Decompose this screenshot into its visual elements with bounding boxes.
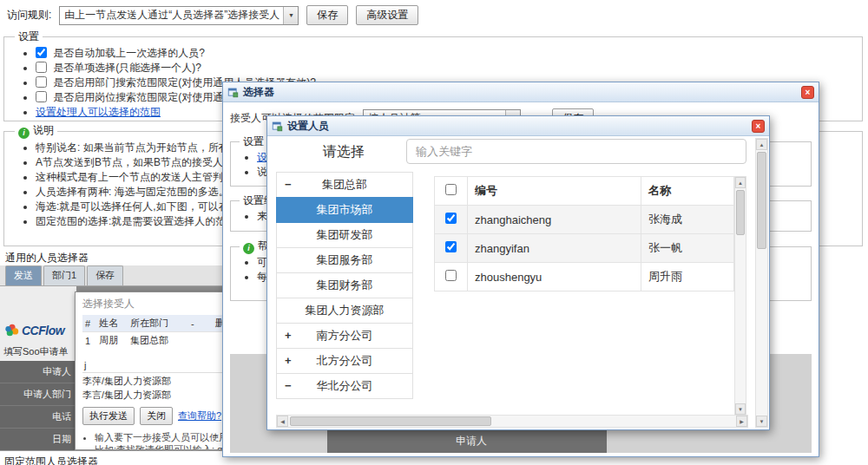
person-checkbox-cell (435, 206, 468, 234)
person-dialog-icon (272, 121, 283, 132)
person-row[interactable]: zhanghaicheng 张海成 (435, 206, 734, 234)
selector-settings-legend-text: 设置 (243, 135, 264, 147)
col-name: 名称 (641, 177, 734, 206)
collapse-icon[interactable]: − (285, 173, 292, 197)
screenshot-form-label: 申请人 (456, 434, 487, 449)
demo-form-label: 电话 (0, 406, 76, 429)
single-select-checkbox[interactable] (36, 62, 47, 73)
selector-settings-legend: 设置 (240, 134, 267, 149)
horizontal-scrollbar[interactable]: ◀ ▶ (276, 415, 748, 428)
expand-icon[interactable]: + (285, 349, 292, 373)
tree-node-label: 集团市场部 (317, 203, 373, 216)
tree-node-marketing[interactable]: 集团市场部 (276, 197, 413, 223)
station-scope-checkbox[interactable] (36, 91, 47, 102)
person-name: 张海成 (641, 206, 734, 234)
demo-cell-index: 1 (82, 332, 96, 350)
tree-node-label: 集团总部 (322, 178, 367, 191)
keyword-search-input[interactable] (406, 139, 746, 164)
tree-node-label: 集团人力资源部 (306, 304, 385, 317)
scroll-up-icon[interactable]: ▲ (735, 177, 746, 188)
tree-header: 请选择 (276, 143, 411, 161)
scroll-down-icon[interactable]: ▼ (756, 416, 767, 427)
person-checkbox[interactable] (445, 213, 457, 224)
tree-node-service[interactable]: 集团服务部 (276, 247, 413, 273)
demo-tab-send: 发送 (5, 265, 42, 285)
demo-close-button: 关闭 (140, 407, 173, 425)
scrollbar-track[interactable] (288, 416, 736, 427)
scroll-left-icon[interactable]: ◀ (277, 416, 288, 427)
dept-scope-checkbox[interactable] (36, 76, 47, 88)
dialog-scrollbar[interactable]: ▲ ▼ (755, 138, 768, 428)
col-code: 编号 (468, 177, 641, 206)
settings-legend: 设置 (15, 29, 43, 44)
tree-node-group-hq[interactable]: − 集团总部 (276, 172, 413, 198)
tree-node-label: 集团服务部 (317, 253, 373, 266)
person-checkbox[interactable] (445, 241, 457, 252)
set-range-link[interactable]: 设置处理人可以选择的范围 (36, 106, 161, 118)
scroll-down-icon[interactable]: ▼ (735, 403, 746, 415)
advanced-settings-button[interactable]: 高级设置 (356, 5, 418, 25)
access-rule-select[interactable]: 由上一节点发送人通过“人员选择器”选择接受人 ▼ (59, 6, 299, 25)
settings-legend-text: 设置 (18, 30, 39, 43)
screenshot-form-band: 申请人 (327, 427, 607, 453)
person-dialog-title: 设置人员 (287, 119, 329, 134)
person-dialog-titlebar: 设置人员 × (267, 116, 769, 136)
person-table-header: 编号 名称 (435, 177, 734, 206)
tree-node-label: 集团财务部 (317, 278, 373, 291)
info-icon: i (243, 243, 254, 254)
person-name: 周升雨 (641, 263, 734, 291)
note-legend-text: 说明 (33, 124, 54, 136)
tree-node-label: 北方分公司 (317, 354, 373, 367)
auto-load-checkbox[interactable] (36, 47, 47, 58)
ccflow-logo-text: CCFlow (22, 324, 64, 337)
demo-col-index: # (82, 315, 96, 332)
access-rule-value: 由上一节点发送人通过“人员选择器”选择接受人 (60, 8, 283, 23)
tree-node-label: 南方分公司 (317, 329, 373, 342)
person-dialog-close-button[interactable]: × (752, 120, 765, 133)
person-checkbox-cell (435, 263, 468, 291)
demo-cell-empty (188, 332, 213, 350)
demo-form-label: 日期 (0, 429, 76, 450)
setting-option-label: 是否自动加载上一次选择的人员? (53, 47, 205, 59)
person-row[interactable]: zhangyifan 张一帆 (435, 234, 734, 263)
selector-dialog-close-button[interactable]: × (801, 86, 814, 99)
common-picker-title: 通用的人员选择器 (5, 251, 89, 265)
scrollbar-thumb[interactable] (290, 416, 491, 426)
fixed-picker-title: 固定范围人员选择器 (4, 455, 98, 465)
note-legend: i说明 (15, 123, 57, 139)
access-rule-label: 访问规则: (7, 8, 51, 23)
demo-col-name: 姓名 (96, 315, 128, 332)
demo-col-dept: 所在部门 (128, 315, 188, 332)
tree-node-northchina-branch[interactable]: − 华北分公司 (276, 373, 413, 399)
demo-tab-dept: 部门1 (43, 265, 85, 285)
select-all-checkbox[interactable] (445, 184, 457, 195)
scrollbar-thumb[interactable] (736, 190, 745, 235)
selector-dialog-title: 选择器 (243, 85, 274, 100)
scrollbar-track[interactable] (756, 150, 767, 416)
tree-node-finance[interactable]: 集团财务部 (276, 272, 413, 298)
scrollbar-track[interactable] (735, 188, 746, 403)
scroll-right-icon[interactable]: ▶ (736, 416, 747, 427)
person-table: 编号 名称 zhanghaicheng 张海成 zhangyifan 张一帆 (434, 176, 734, 291)
tree-node-rnd[interactable]: 集团研发部 (276, 222, 413, 248)
person-dialog-body: 请选择 − 集团总部 集团市场部 集团研发部 集团服务部 集团财务部 (267, 136, 769, 429)
collapse-icon[interactable]: − (285, 374, 292, 398)
demo-cell-dept: 集团总部 (128, 332, 188, 350)
table-scrollbar[interactable]: ▲ ▼ (734, 176, 746, 416)
tree-node-south-branch[interactable]: + 南方分公司 (276, 323, 413, 349)
dropdown-arrow-icon: ▼ (283, 7, 298, 24)
expand-icon[interactable]: + (285, 324, 292, 348)
screen: 访问规则: 由上一节点发送人通过“人员选择器”选择接受人 ▼ 保存 高级设置 设… (0, 0, 868, 465)
demo-cell-name: 周朋 (96, 332, 128, 350)
scrollbar-thumb[interactable] (757, 152, 766, 249)
save-button[interactable]: 保存 (306, 5, 348, 25)
tree-node-north-branch[interactable]: + 北方分公司 (276, 348, 413, 374)
scroll-up-icon[interactable]: ▲ (756, 139, 767, 150)
demo-form-label: 申请人 (0, 361, 76, 383)
setting-option-label: 是否单项选择(只能选择一个人)? (53, 62, 201, 74)
person-code: zhangyifan (468, 234, 641, 263)
person-row[interactable]: zhoushengyu 周升雨 (435, 263, 734, 291)
select-all-cell (435, 177, 468, 206)
tree-node-hr[interactable]: 集团人力资源部 (276, 298, 413, 324)
person-checkbox[interactable] (445, 270, 457, 281)
